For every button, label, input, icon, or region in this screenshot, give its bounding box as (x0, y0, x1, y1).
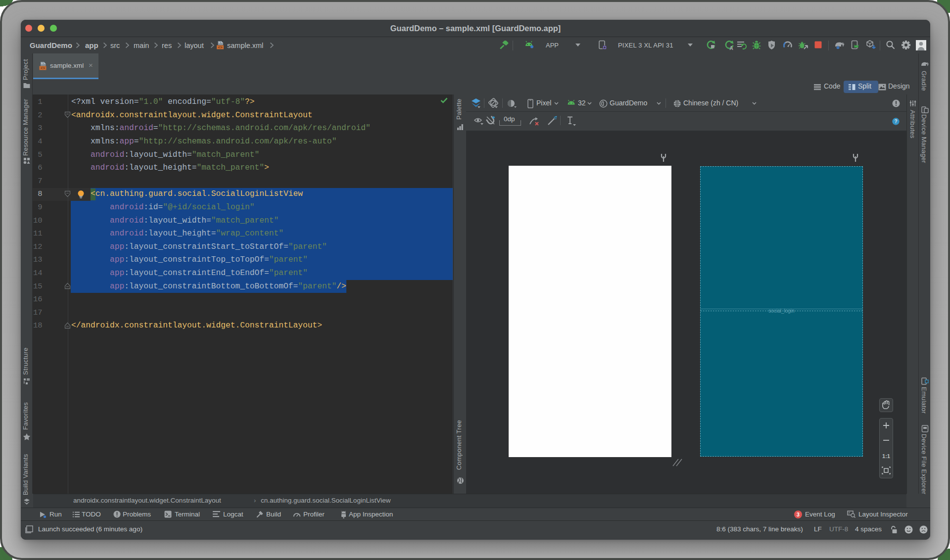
svg-text:1:1: 1:1 (882, 453, 890, 459)
svg-text:?: ? (894, 119, 897, 124)
svg-text:A: A (729, 45, 733, 50)
svg-text:<>: <> (41, 66, 46, 70)
svg-text:<>: <> (218, 45, 223, 49)
